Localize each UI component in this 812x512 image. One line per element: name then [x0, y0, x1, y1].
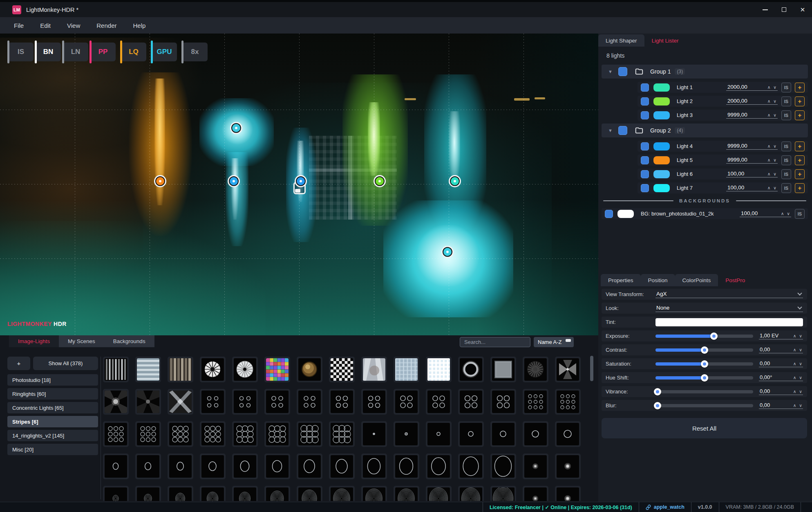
- background-select-chip[interactable]: [605, 210, 613, 218]
- thumbnail-r5-c10[interactable]: [394, 486, 419, 501]
- light-color-swatch[interactable]: [653, 184, 670, 192]
- thumbnail-r1-c5[interactable]: [232, 357, 258, 382]
- slider-track[interactable]: [655, 376, 753, 380]
- collapse-triangle-icon[interactable]: ▼: [608, 69, 613, 74]
- slider-value-field[interactable]: 1,00 EV∧∨: [759, 332, 803, 339]
- category-misc[interactable]: Misc [20]: [7, 444, 98, 455]
- light-intensity-field[interactable]: 2000,00∧∨: [726, 98, 778, 105]
- slider-track[interactable]: [655, 335, 753, 338]
- tab-position[interactable]: Position: [641, 274, 675, 286]
- spin-down-icon[interactable]: ∨: [799, 375, 802, 380]
- light-row[interactable]: Light 59999,00∧∨IS+: [638, 155, 808, 166]
- library-tab-backgrounds[interactable]: Backgrounds: [104, 335, 154, 347]
- toolbar-button-is[interactable]: IS: [8, 43, 34, 61]
- spin-up-icon[interactable]: ∧: [767, 171, 771, 176]
- thumbnail-r5-c4[interactable]: [200, 486, 226, 501]
- light-add-button[interactable]: +: [795, 110, 805, 120]
- light-select-chip[interactable]: [641, 111, 649, 119]
- light-marker[interactable]: [229, 176, 239, 186]
- collapse-triangle-icon[interactable]: ▼: [608, 128, 613, 133]
- thumbnail-r2-c7[interactable]: [297, 389, 322, 415]
- thumbnail-r5-c2[interactable]: [135, 486, 161, 501]
- spin-down-icon[interactable]: ∨: [773, 185, 776, 190]
- light-add-button[interactable]: +: [795, 141, 805, 151]
- thumbnail-r1-c14[interactable]: [523, 357, 548, 382]
- thumbnail-r1-c1[interactable]: [103, 357, 129, 382]
- group-select-chip[interactable]: [618, 126, 627, 135]
- thumbnail-r3-c7[interactable]: [297, 421, 322, 447]
- slider-thumb[interactable]: [701, 360, 708, 368]
- spin-up-icon[interactable]: ∧: [767, 144, 771, 148]
- light-row[interactable]: Light 39999,00∧∨IS+: [638, 110, 808, 121]
- thumbnail-r4-c2[interactable]: [135, 454, 161, 479]
- thumbnail-r1-c15[interactable]: [555, 357, 581, 382]
- spin-down-icon[interactable]: ∨: [773, 85, 776, 90]
- thumbnail-r3-c11[interactable]: [426, 421, 452, 447]
- thumbnail-r5-c6[interactable]: [264, 486, 290, 501]
- spin-down-icon[interactable]: ∨: [799, 389, 802, 394]
- spin-up-icon[interactable]: ∧: [767, 99, 771, 103]
- toolbar-button-lq[interactable]: LQ: [121, 43, 146, 61]
- thumbnail-r3-c13[interactable]: [490, 421, 516, 447]
- light-color-swatch[interactable]: [653, 97, 670, 106]
- light-intensity-field[interactable]: 9999,00∧∨: [726, 112, 778, 119]
- spin-down-icon[interactable]: ∨: [773, 99, 776, 103]
- light-select-chip[interactable]: [641, 184, 649, 192]
- tab-colorpoints[interactable]: ColorPoints: [675, 274, 718, 286]
- thumbnail-r3-c8[interactable]: [329, 421, 355, 447]
- spin-down-icon[interactable]: ∨: [773, 171, 776, 176]
- thumbnail-r2-c12[interactable]: [458, 389, 484, 415]
- library-tab-image-lights[interactable]: Image-Lights: [9, 335, 59, 347]
- thumbnail-r4-c7[interactable]: [297, 454, 322, 479]
- category-14_ringlights_v2[interactable]: 14_ringlights_v2 [145]: [7, 430, 98, 441]
- thumbnail-r5-c14[interactable]: [523, 486, 548, 501]
- slider-track[interactable]: [655, 404, 753, 407]
- thumbnail-r5-c7[interactable]: [297, 486, 322, 501]
- thumbnail-r2-c11[interactable]: [426, 389, 452, 415]
- thumbnail-r5-c5[interactable]: [232, 486, 258, 501]
- light-add-button[interactable]: +: [795, 97, 805, 106]
- thumbnail-r2-c3[interactable]: [168, 389, 193, 415]
- thumbnail-r1-c8[interactable]: [329, 357, 355, 382]
- thumbnail-r2-c13[interactable]: [490, 389, 516, 415]
- thumbnail-r1-c4[interactable]: [200, 357, 226, 382]
- light-is-button[interactable]: IS: [781, 83, 791, 92]
- background-is-button[interactable]: IS: [795, 209, 805, 219]
- spin-up-icon[interactable]: ∧: [793, 403, 796, 408]
- thumbnail-r1-c12[interactable]: [458, 357, 484, 382]
- light-marker[interactable]: [296, 176, 306, 186]
- toolbar-button-gpu[interactable]: GPU: [152, 43, 177, 61]
- light-color-swatch[interactable]: [653, 142, 670, 150]
- spin-up-icon[interactable]: ∧: [793, 347, 796, 352]
- spin-up-icon[interactable]: ∧: [767, 112, 771, 117]
- background-row[interactable]: BG: brown_photostudio_01_2k 100,00 ∧∨ IS: [602, 208, 808, 219]
- light-row[interactable]: Light 6100,00∧∨IS+: [638, 168, 808, 180]
- thumbnail-r5-c11[interactable]: [426, 486, 452, 501]
- spin-down-icon[interactable]: ∨: [773, 144, 776, 148]
- slider-thumb[interactable]: [654, 388, 661, 395]
- slider-thumb[interactable]: [701, 346, 708, 354]
- thumbnail-r2-c10[interactable]: [394, 389, 419, 415]
- spin-up-icon[interactable]: ∧: [767, 185, 771, 190]
- viewport-canvas[interactable]: LIGHTMONKEY HDR: [0, 34, 598, 335]
- spin-up-icon[interactable]: ∧: [767, 85, 771, 90]
- spin-down-icon[interactable]: ∨: [799, 403, 802, 408]
- light-row[interactable]: Light 22000,00∧∨IS+: [638, 96, 808, 107]
- thumbnail-r4-c8[interactable]: [329, 454, 355, 479]
- background-swatch[interactable]: [617, 210, 634, 218]
- minimize-button[interactable]: [756, 2, 774, 17]
- tint-color-bar[interactable]: [655, 318, 803, 326]
- add-category-button[interactable]: +: [7, 357, 30, 370]
- spin-up-icon[interactable]: ∧: [781, 211, 784, 216]
- tab-light-shaper[interactable]: Light Shaper: [598, 34, 644, 47]
- slider-value-field[interactable]: 0,00∧∨: [759, 388, 803, 395]
- spin-down-icon[interactable]: ∨: [773, 112, 776, 117]
- light-marker[interactable]: [375, 176, 385, 186]
- light-is-button[interactable]: IS: [781, 169, 791, 179]
- light-is-button[interactable]: IS: [781, 97, 791, 106]
- slider-track[interactable]: [655, 348, 753, 352]
- thumbnail-r1-c11[interactable]: [426, 357, 452, 382]
- thumbnail-r4-c1[interactable]: [103, 454, 129, 479]
- show-all-button[interactable]: Show All (378): [33, 357, 98, 370]
- thumbnail-r2-c6[interactable]: [264, 389, 290, 415]
